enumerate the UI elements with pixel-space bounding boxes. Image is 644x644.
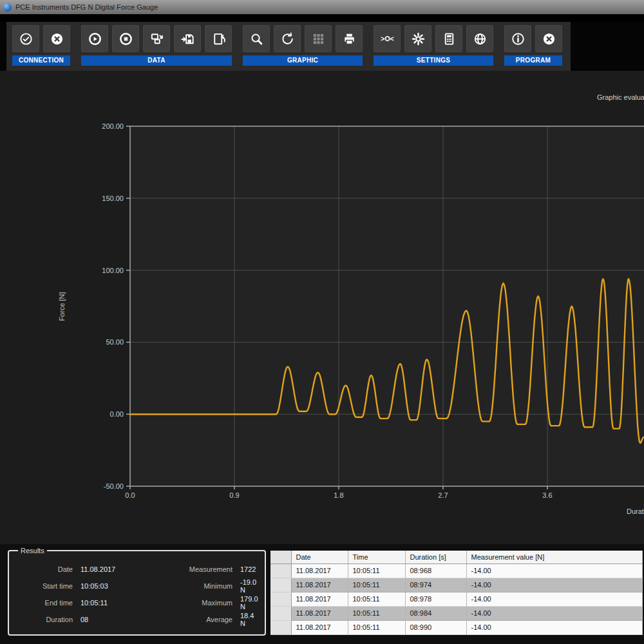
x-tick-label: 2.7: [438, 491, 448, 499]
measurement-table-container: DateTimeDuration [s]Measurement value [N…: [270, 551, 643, 636]
table-row[interactable]: 11.08.201710:05:1108:990-14.00: [270, 620, 642, 634]
results-end-time-label: End time: [12, 599, 73, 607]
column-header-measurement-value-n-[interactable]: Measurement value [N]: [466, 551, 642, 564]
cell-measurement-value: -14.00: [466, 606, 642, 620]
toolbar-button-row: [12, 25, 70, 52]
stop-measurement-button[interactable]: [112, 25, 139, 52]
toolbar-group-program: PROGRAM: [504, 25, 562, 66]
row-selector[interactable]: [270, 592, 291, 606]
grid-icon: [311, 32, 326, 46]
info-icon: [511, 32, 526, 46]
cell-date: 11.08.2017: [291, 592, 348, 606]
window-titlebar[interactable]: PCE Instruments DFG N Digital Force Gaug…: [0, 0, 644, 14]
table-row[interactable]: 11.08.201710:05:1108:978-14.00: [270, 592, 642, 606]
app-icon: [3, 3, 12, 12]
results-maximum-value: 179.0 N: [232, 595, 258, 611]
results-body: Date11.08.2017Measurement1722Start time1…: [12, 561, 258, 628]
refresh-graphic-button[interactable]: [274, 25, 301, 52]
table-row[interactable]: 11.08.201710:05:1108:974-14.00: [270, 578, 642, 592]
column-header-time[interactable]: Time: [348, 551, 405, 564]
connect-button[interactable]: [12, 25, 39, 52]
group-label-program: PROGRAM: [504, 55, 562, 66]
export-data-button[interactable]: [143, 25, 170, 52]
zoom-icon: [249, 32, 264, 46]
row-selector[interactable]: [270, 620, 291, 634]
toolbar-button-row: [504, 25, 562, 52]
results-measurement-label: Measurement: [149, 565, 232, 573]
results-minimum-label: Minimum: [149, 582, 232, 590]
cell-time: 10:05:11: [348, 592, 405, 606]
cell-measurement-value: -14.00: [466, 592, 642, 606]
results-row: Duration08Average18.4 N: [12, 611, 258, 628]
zoom-button[interactable]: [243, 25, 270, 52]
play-icon: [88, 32, 102, 46]
grid-toggle-button[interactable]: [305, 25, 332, 52]
exit-program-button[interactable]: [535, 25, 562, 52]
plot-area: [130, 126, 644, 486]
cell-date: 11.08.2017: [291, 620, 348, 634]
export-icon: [149, 32, 164, 46]
column-header-duration-s-[interactable]: Duration [s]: [405, 551, 466, 564]
x-tick-label: 0.0: [125, 491, 135, 499]
chart-title: Graphic evaluation: [597, 93, 644, 101]
group-label-data: DATA: [81, 55, 232, 66]
disconnect-button[interactable]: [43, 25, 70, 52]
cell-duration: 08:978: [405, 592, 466, 606]
x-tick-label: 1.8: [334, 491, 343, 499]
zero-adjust-button[interactable]: >O<: [374, 25, 401, 52]
results-average-label: Average: [149, 616, 232, 623]
toolbar-button-row: [81, 25, 232, 52]
program-info-button[interactable]: [504, 25, 531, 52]
calculator-button[interactable]: [435, 25, 462, 52]
results-date-value: 11.08.2017: [73, 565, 149, 573]
cell-time: 10:05:11: [348, 606, 405, 620]
toolbar-button-row: [243, 25, 363, 52]
row-selector[interactable]: [270, 564, 291, 578]
force-chart: 200.00150.00100.0050.000.00-50.000.00.91…: [0, 71, 644, 544]
save-data-button[interactable]: [174, 25, 201, 52]
column-header-date[interactable]: Date: [291, 551, 348, 564]
row-selector[interactable]: [270, 578, 291, 592]
toolbar-group-settings: >O<SETTINGS: [374, 25, 493, 66]
toolbar-group-data: DATA: [81, 25, 232, 66]
y-tick-label: 150.00: [102, 194, 124, 202]
y-tick-label: 50.00: [106, 338, 124, 346]
cell-duration: 08:968: [405, 564, 466, 578]
results-legend: Results: [18, 547, 47, 554]
cell-measurement-value: -14.00: [466, 564, 642, 578]
table-row[interactable]: 11.08.201710:05:1108:984-14.00: [270, 606, 642, 620]
svg-text:>O<: >O<: [381, 35, 394, 43]
results-start-time-label: Start time: [12, 582, 73, 590]
save-icon: [180, 32, 195, 46]
language-icon: [473, 32, 488, 46]
cell-measurement-value: -14.00: [466, 578, 642, 592]
table-header-row: DateTimeDuration [s]Measurement value [N…: [270, 551, 642, 564]
cell-duration: 08:990: [405, 620, 466, 634]
stop-icon: [118, 32, 133, 46]
row-selector[interactable]: [270, 606, 291, 620]
exit-icon: [542, 32, 556, 46]
refresh-icon: [280, 32, 295, 46]
results-start-time-value: 10:05:03: [73, 582, 149, 590]
results-minimum-value: -19.0 N: [232, 578, 258, 594]
results-duration-label: Duration: [12, 616, 73, 623]
start-measurement-button[interactable]: [81, 25, 108, 52]
language-button[interactable]: [466, 25, 493, 52]
x-tick-label: 3.6: [542, 491, 552, 499]
toolbar: CONNECTIONDATAGRAPHIC>O<SETTINGSPROGRAM: [6, 22, 571, 71]
import-data-button[interactable]: [205, 25, 232, 52]
table-row[interactable]: 11.08.201710:05:1108:968-14.00: [270, 564, 642, 578]
bottom-panel: Results Date11.08.2017Measurement1722Sta…: [0, 544, 644, 644]
cell-duration: 08:984: [405, 606, 466, 620]
print-graphic-button[interactable]: [336, 25, 363, 52]
window-title: PCE Instruments DFG N Digital Force Gaug…: [15, 3, 158, 11]
toolbar-group-graphic: GRAPHIC: [243, 25, 363, 66]
x-axis-label: Duration [s]: [627, 507, 644, 515]
titlebar-divider: [0, 14, 644, 22]
device-settings-button[interactable]: [404, 25, 431, 52]
connect-icon: [19, 32, 33, 46]
measurement-table: DateTimeDuration [s]Measurement value [N…: [270, 551, 643, 635]
zero-icon: >O<: [380, 32, 395, 46]
y-tick-label: 200.00: [102, 122, 124, 130]
cell-date: 11.08.2017: [291, 578, 348, 592]
